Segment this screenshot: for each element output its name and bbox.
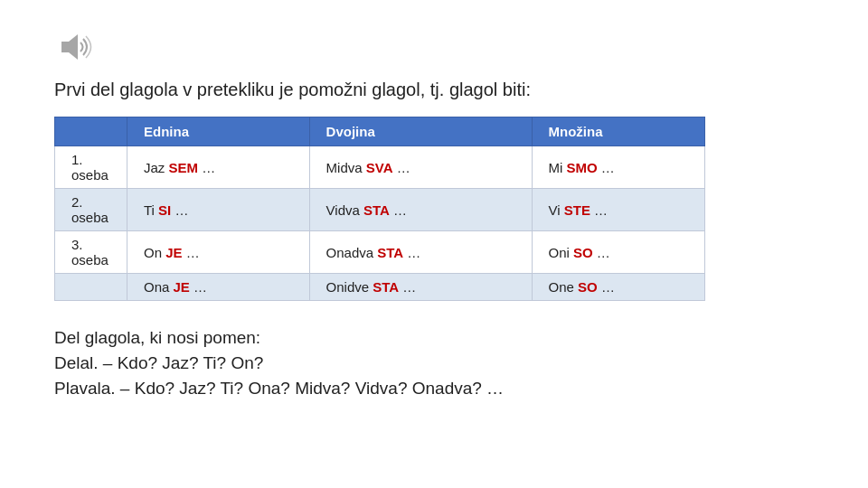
table-row: Ona JE …Onidve STA …One SO … — [55, 274, 705, 301]
footer-line-2: Delal. – Kdo? Jaz? Ti? On? — [54, 353, 814, 373]
conjugation-table: Ednina Dvojina Množina 1. osebaJaz SEM …… — [54, 117, 814, 301]
svg-marker-0 — [61, 34, 78, 60]
speaker-icon[interactable] — [54, 54, 94, 70]
cell-dvojina: Onidve STA … — [309, 274, 532, 301]
cell-mnozina: Oni SO … — [532, 231, 705, 274]
row-label: 2. oseba — [55, 189, 127, 231]
cell-mnozina: Mi SMO … — [532, 146, 705, 189]
row-label: 1. oseba — [55, 146, 127, 189]
cell-ednina: Ona JE … — [127, 274, 310, 301]
cell-dvojina: Onadva STA … — [309, 231, 532, 274]
footer-line-1: Del glagola, ki nosi pomen: — [54, 328, 814, 348]
row-label: 3. oseba — [55, 231, 127, 274]
heading: Prvi del glagola v pretekliku je pomožni… — [54, 80, 814, 100]
table-row: 2. osebaTi SI …Vidva STA …Vi STE … — [55, 189, 705, 231]
col-header-ednina: Ednina — [127, 117, 310, 146]
col-header-mnozina: Množina — [532, 117, 705, 146]
cell-ednina: Ti SI … — [127, 189, 310, 231]
cell-dvojina: Midva SVA … — [309, 146, 532, 189]
table-row: 1. osebaJaz SEM …Midva SVA …Mi SMO … — [55, 146, 705, 189]
table-row: 3. osebaOn JE …Onadva STA …Oni SO … — [55, 231, 705, 274]
cell-mnozina: Vi STE … — [532, 189, 705, 231]
cell-mnozina: One SO … — [532, 274, 705, 301]
footer-text: Del glagola, ki nosi pomen: Delal. – Kdo… — [54, 328, 814, 399]
col-header-dvojina: Dvojina — [309, 117, 532, 146]
cell-dvojina: Vidva STA … — [309, 189, 532, 231]
col-header-empty — [55, 117, 127, 146]
row-label — [55, 274, 127, 301]
cell-ednina: On JE … — [127, 231, 310, 274]
footer-line-3: Plavala. – Kdo? Jaz? Ti? Ona? Midva? Vid… — [54, 379, 814, 399]
cell-ednina: Jaz SEM … — [127, 146, 310, 189]
